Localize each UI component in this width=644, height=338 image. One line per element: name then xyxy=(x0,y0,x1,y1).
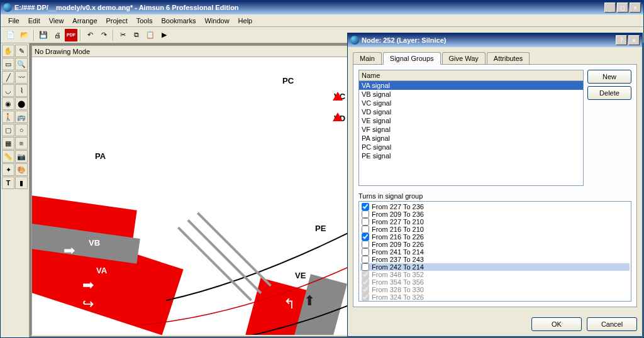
main-titlebar[interactable]: E:/### DP/__modely/v0.x demo.ang* - Aims… xyxy=(1,1,643,14)
redo-icon[interactable]: ↷ xyxy=(97,29,110,41)
svg-line-2 xyxy=(197,213,270,286)
turn-row[interactable]: From 216 To 226 xyxy=(360,233,630,241)
rect-tool-icon[interactable]: ▢ xyxy=(2,124,14,136)
turn-checkbox[interactable] xyxy=(362,218,369,226)
save-icon[interactable]: 💾 xyxy=(37,29,50,41)
bus-tool-icon[interactable]: 🚌 xyxy=(15,111,28,123)
dialog-close-button[interactable]: × xyxy=(628,35,640,45)
turn-row[interactable]: From 237 To 243 xyxy=(360,256,630,263)
signal-row[interactable]: VD signal xyxy=(359,107,583,116)
turn-checkbox[interactable] xyxy=(362,241,369,248)
cut-icon[interactable]: ✂ xyxy=(116,29,129,41)
open-file-icon[interactable]: 📂 xyxy=(18,29,31,41)
ped-tool-icon[interactable]: 🚶 xyxy=(2,111,14,123)
turn-row: From 324 To 326 xyxy=(360,293,630,301)
menu-project[interactable]: Project xyxy=(103,16,131,25)
turn-checkbox[interactable] xyxy=(362,210,369,218)
print-icon[interactable]: 🖨 xyxy=(51,29,64,41)
zoom-tool-icon[interactable]: 🔍 xyxy=(15,58,28,70)
arrow-icon: ➡ xyxy=(82,277,94,293)
ok-button[interactable]: OK xyxy=(531,317,582,331)
polyline-tool-icon[interactable]: ⌇ xyxy=(15,84,28,97)
menu-tools[interactable]: Tools xyxy=(133,16,157,25)
help-button[interactable]: ? xyxy=(616,35,627,45)
run-icon[interactable]: ▶ xyxy=(158,29,170,41)
signal-row[interactable]: VF signal xyxy=(359,125,583,134)
menu-edit[interactable]: Edit xyxy=(25,16,44,25)
turn-checkbox[interactable] xyxy=(362,248,369,256)
select-tool-icon[interactable]: ▭ xyxy=(2,58,14,70)
label-ve: VE xyxy=(295,271,306,280)
arc-tool-icon[interactable]: ◡ xyxy=(2,84,14,97)
turn-row[interactable]: From 209 To 236 xyxy=(360,210,630,218)
line-tool-icon[interactable]: ╱ xyxy=(2,71,14,84)
turn-label: From 354 To 356 xyxy=(372,278,424,286)
turns-list[interactable]: From 227 To 236From 209 To 236From 227 T… xyxy=(358,201,631,302)
fill-tool-icon[interactable]: ▮ xyxy=(15,177,28,189)
maximize-button[interactable]: □ xyxy=(617,3,628,13)
menu-window[interactable]: Window xyxy=(201,16,233,25)
pencil-tool-icon[interactable]: ✎ xyxy=(15,45,28,57)
tab-give-way[interactable]: Give Way xyxy=(442,52,486,64)
new-file-icon[interactable]: 📄 xyxy=(4,29,17,41)
turn-row[interactable]: From 242 To 214 xyxy=(360,263,630,271)
layer-tool-icon[interactable]: ≡ xyxy=(15,137,28,150)
dialog-titlebar[interactable]: Node: 252 (Layer: Silnice) ? × xyxy=(348,33,642,47)
node-tool-icon[interactable]: ◉ xyxy=(2,97,14,110)
menu-help[interactable]: Help xyxy=(235,16,257,25)
delete-button[interactable]: Delete xyxy=(587,86,631,100)
signal-row[interactable]: PC signal xyxy=(359,143,583,151)
tab-main[interactable]: Main xyxy=(353,52,382,64)
name-column-header[interactable]: Name xyxy=(359,70,583,81)
circle-tool-icon[interactable]: ○ xyxy=(15,124,28,136)
turn-label: From 348 To 352 xyxy=(372,271,424,278)
tab-attributes[interactable]: Attributes xyxy=(487,52,530,64)
tab-body: Name VA signalVB signalVC signalVD signa… xyxy=(353,64,637,307)
turn-row[interactable]: From 241 To 214 xyxy=(360,248,630,256)
minimize-button[interactable]: _ xyxy=(604,3,616,13)
signal-row[interactable]: VB signal xyxy=(359,90,583,99)
turn-checkbox[interactable] xyxy=(362,263,369,271)
turn-checkbox[interactable] xyxy=(362,226,369,233)
compass-tool-icon[interactable]: ✦ xyxy=(2,163,14,176)
cancel-button[interactable]: Cancel xyxy=(587,317,637,331)
signal-row[interactable]: PA signal xyxy=(359,134,583,143)
turn-row[interactable]: From 227 To 236 xyxy=(360,203,630,210)
turn-row: From 328 To 330 xyxy=(360,286,630,293)
turn-label: From 241 To 214 xyxy=(372,248,424,256)
turn-checkbox[interactable] xyxy=(362,256,369,263)
turn-checkbox[interactable] xyxy=(362,233,369,241)
hand-tool-icon[interactable]: ✋ xyxy=(2,45,14,57)
undo-icon[interactable]: ↶ xyxy=(84,29,96,41)
turn-checkbox[interactable] xyxy=(362,203,369,210)
signal-tool-icon[interactable]: ⬤ xyxy=(15,97,28,110)
turn-row[interactable]: From 216 To 210 xyxy=(360,226,630,233)
grid-tool-icon[interactable]: ▦ xyxy=(2,137,14,150)
menu-arrange[interactable]: Arrange xyxy=(69,16,101,25)
turn-row[interactable]: From 227 To 210 xyxy=(360,218,630,226)
signal-row[interactable]: VA signal xyxy=(359,81,583,90)
new-button[interactable]: New xyxy=(587,70,631,84)
curve-tool-icon[interactable]: 〰 xyxy=(15,71,28,84)
tab-signal-groups[interactable]: Signal Groups xyxy=(383,52,441,65)
text-tool-icon[interactable]: T xyxy=(2,177,14,189)
menu-bookmarks[interactable]: Bookmarks xyxy=(157,16,199,25)
turn-row[interactable]: From 209 To 226 xyxy=(360,241,630,248)
signal-row[interactable]: VE signal xyxy=(359,116,583,125)
dialog-title: Node: 252 (Layer: Silnice) xyxy=(362,36,616,44)
signals-list[interactable]: Name VA signalVB signalVC signalVD signa… xyxy=(358,70,584,186)
menu-file[interactable]: File xyxy=(4,16,23,25)
left-toolbox: ✋ ✎ ▭ 🔍 ╱ 〰 ◡ ⌇ ◉ ⬤ 🚶 🚌 ▢ ○ ▦ ≡ 📏 📷 ✦ 🎨 … xyxy=(1,43,30,337)
palette-tool-icon[interactable]: 🎨 xyxy=(15,163,28,176)
close-button[interactable]: × xyxy=(630,3,641,13)
signal-row[interactable]: VC signal xyxy=(359,99,583,107)
measure-tool-icon[interactable]: 📏 xyxy=(2,150,14,163)
signal-row[interactable]: PE signal xyxy=(359,151,583,160)
copy-icon[interactable]: ⧉ xyxy=(130,29,143,41)
dialog-tabs: Main Signal Groups Give Way Attributes xyxy=(348,47,642,64)
menu-view[interactable]: View xyxy=(45,16,68,25)
label-pa: PA xyxy=(95,151,106,161)
camera-tool-icon[interactable]: 📷 xyxy=(15,150,28,163)
paste-icon[interactable]: 📋 xyxy=(144,29,157,41)
pdf-icon[interactable]: PDF xyxy=(65,29,77,41)
